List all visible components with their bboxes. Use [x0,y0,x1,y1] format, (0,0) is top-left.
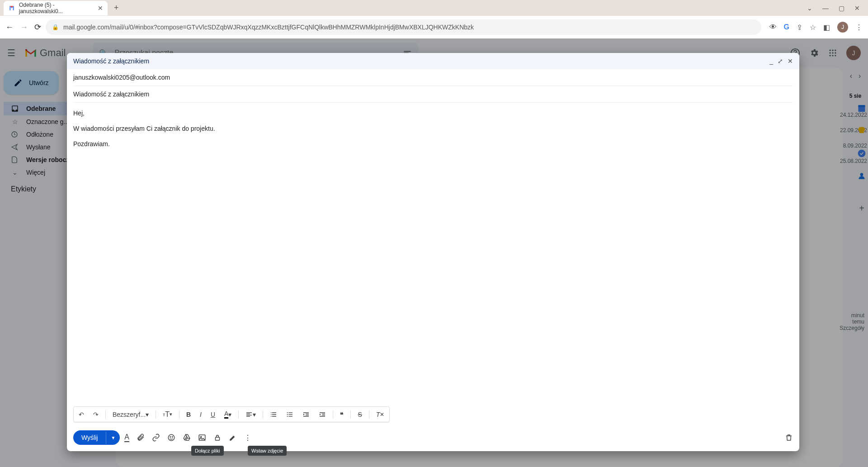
body-line: Pozdrawiam. [73,139,793,150]
maximize-icon[interactable]: ▢ [839,5,844,12]
send-button[interactable]: Wyślij ▼ [73,430,120,445]
remove-format-icon[interactable]: T✕ [374,410,387,419]
svg-point-21 [172,437,173,438]
discard-draft-icon[interactable] [785,434,793,442]
minimize-icon[interactable]: ― [822,5,829,12]
svg-point-18 [287,416,288,417]
profile-avatar[interactable]: J [837,22,848,33]
send-label: Wyślij [73,430,106,445]
close-compose-icon[interactable]: ✕ [788,57,793,65]
tooltip-attach: Dołącz pliki [191,446,224,456]
to-field[interactable]: januszkowalski0205@outlook.com [73,69,793,86]
confidential-icon[interactable] [213,434,222,442]
compose-body[interactable]: Hej, W wiadomości przesyłam Ci załącznik… [67,103,799,406]
indent-more-icon[interactable] [316,410,328,419]
forward-button[interactable]: → [20,23,28,32]
text-color-icon[interactable]: A ▾ [222,409,234,420]
star-icon[interactable]: ☆ [810,23,816,32]
body-line: W wiadomości przesyłam Ci załącznik do p… [73,124,793,134]
compose-window: Wiadomość z załącznikiem _ ⤢ ✕ januszkow… [67,53,799,451]
close-window-icon[interactable]: ✕ [854,5,860,12]
align-icon[interactable]: ▾ [243,410,258,419]
more-options-icon[interactable]: ⋮ [244,434,251,442]
new-tab-button[interactable]: + [114,3,119,13]
tab-title: Odebrane (5) - januszkowalski0... [19,2,94,14]
attach-file-icon[interactable] [137,434,145,442]
redo-icon[interactable]: ↷ [91,410,101,419]
tooltip-image: Wstaw zdjęcie [248,446,287,456]
formatting-toolbar: ↶ ↷ Bezszeryf... ▾ тT ▾ B I U A ▾ ▾ [73,406,390,422]
svg-point-20 [170,437,171,438]
send-options-icon[interactable]: ▼ [106,432,120,444]
indent-less-icon[interactable] [300,410,312,419]
extensions-icon[interactable]: ◧ [823,23,830,32]
bold-icon[interactable]: B [184,410,193,419]
insert-image-icon[interactable] [198,434,206,442]
expand-compose-icon[interactable]: ⤢ [778,57,783,65]
lock-icon: 🔒 [52,24,59,30]
signature-icon[interactable] [229,434,237,442]
svg-point-17 [287,414,288,415]
gmail-favicon [8,5,15,12]
minimize-compose-icon[interactable]: _ [769,57,773,65]
compose-title: Wiadomość z załącznikiem [73,57,149,65]
subject-field[interactable]: Wiadomość z załącznikiem [73,86,793,103]
url-text: mail.google.com/mail/u/0/#inbox?compose=… [63,24,474,31]
underline-icon[interactable]: U [208,410,217,419]
drive-icon[interactable] [183,434,191,442]
insert-link-icon[interactable] [152,434,160,442]
quote-icon[interactable]: ❝ [338,410,346,419]
tab-close-icon[interactable]: ✕ [98,5,103,12]
text-format-icon[interactable]: A [124,433,129,442]
eye-icon[interactable]: 👁 [769,23,777,31]
svg-rect-24 [216,437,220,440]
svg-point-19 [168,434,175,441]
font-selector[interactable]: Bezszeryf... ▾ [110,410,151,419]
share-icon[interactable]: ⇪ [797,23,802,32]
numbered-list-icon[interactable] [268,410,279,419]
bullet-list-icon[interactable] [284,410,296,419]
body-line: Hej, [73,108,793,119]
emoji-icon[interactable] [167,434,175,442]
strikethrough-icon[interactable]: S [355,410,364,419]
browser-tab[interactable]: Odebrane (5) - januszkowalski0... ✕ [4,1,108,15]
reload-button[interactable]: ⟳ [34,22,41,32]
browser-menu-icon[interactable]: ⋮ [855,23,863,32]
undo-icon[interactable]: ↶ [76,410,86,419]
back-button[interactable]: ← [5,23,14,32]
google-icon[interactable]: G [784,23,789,31]
svg-point-16 [287,412,288,413]
font-size-icon[interactable]: тT ▾ [160,409,175,420]
chevron-down-icon[interactable]: ⌄ [807,5,812,12]
address-bar[interactable]: 🔒 mail.google.com/mail/u/0/#inbox?compos… [46,19,761,35]
svg-point-23 [201,436,202,437]
italic-icon[interactable]: I [198,410,204,419]
